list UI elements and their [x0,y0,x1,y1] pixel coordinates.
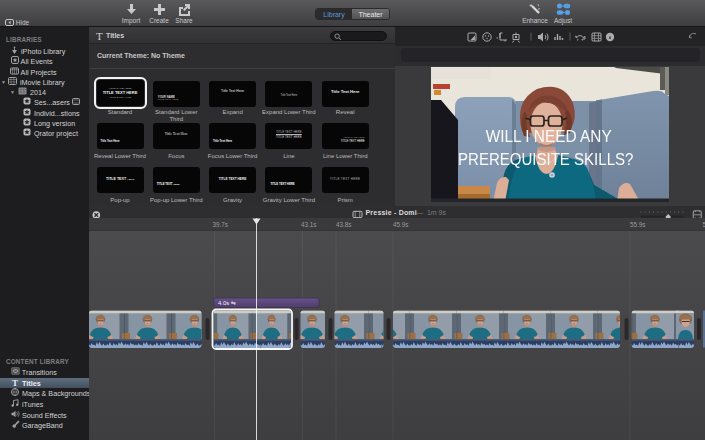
svg-text:PREREQUISITE SKILLS?: PREREQUISITE SKILLS? [458,151,634,168]
svg-text:4.0s ⇆: 4.0s ⇆ [218,300,236,306]
svg-text:WILL I NEED ANY: WILL I NEED ANY [486,128,612,145]
